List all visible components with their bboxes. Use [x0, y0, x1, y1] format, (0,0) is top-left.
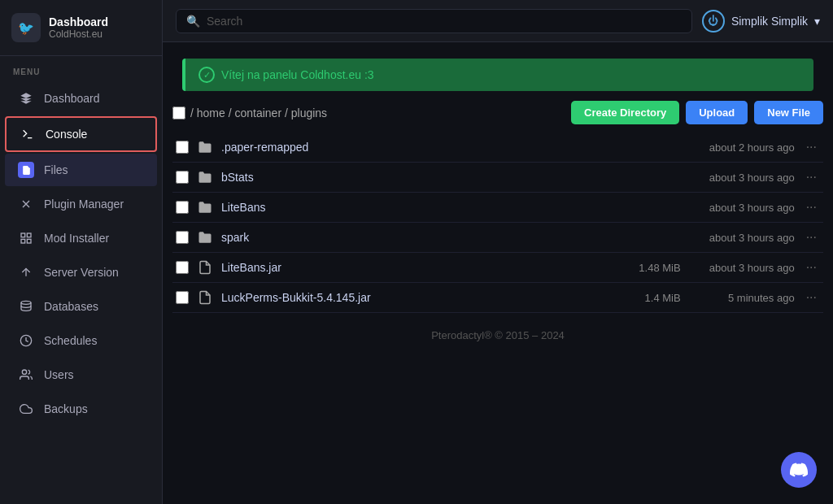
sidebar-item-users[interactable]: Users — [5, 358, 157, 391]
file-size: 1.4 MiB — [616, 292, 681, 304]
search-input[interactable] — [207, 15, 682, 28]
file-row[interactable]: bStats about 3 hours ago ··· — [172, 163, 823, 193]
file-checkbox[interactable] — [176, 261, 189, 274]
breadcrumb: / home / container / plugins — [190, 106, 327, 119]
file-name: LiteBans.jar — [221, 261, 608, 274]
sidebar-item-plugin-manager[interactable]: Plugin Manager — [5, 188, 157, 220]
banner: ✓ Vítej na panelu Coldhost.eu :3 — [182, 59, 813, 91]
file-checkbox[interactable] — [176, 291, 189, 304]
svg-rect-4 — [27, 239, 31, 243]
sidebar-logo: 🐦 Dashboard ColdHost.eu — [0, 0, 162, 56]
toolbar: / home / container / plugins Create Dire… — [172, 101, 823, 124]
sidebar-item-label-users: Users — [44, 368, 74, 381]
sidebar-item-label-console: Console — [46, 128, 87, 141]
file-icon — [197, 259, 213, 276]
sidebar: 🐦 Dashboard ColdHost.eu MENU Dashboard C… — [0, 0, 163, 504]
menu-label: MENU — [0, 56, 162, 81]
search-bar[interactable]: 🔍 — [176, 9, 692, 33]
upload-button[interactable]: Upload — [686, 101, 748, 124]
file-manager: ✓ Vítej na panelu Coldhost.eu :3 / home … — [163, 42, 833, 504]
svg-point-8 — [22, 370, 26, 374]
user-menu[interactable]: ⏻ Simplik Simplik ▾ — [702, 10, 820, 33]
file-date: about 3 hours ago — [689, 172, 795, 184]
file-date: 5 minutes ago — [689, 292, 795, 304]
terminal-icon — [20, 126, 36, 142]
arrow-up-icon — [18, 264, 34, 280]
sidebar-item-label-databases: Databases — [44, 300, 98, 313]
sidebar-item-console[interactable]: Console — [5, 116, 157, 152]
discord-fab[interactable] — [781, 452, 817, 488]
file-name: LiteBans — [221, 201, 608, 214]
file-list: .paper-remapped about 2 hours ago ··· bS… — [172, 133, 823, 313]
folder-icon — [197, 229, 213, 245]
sidebar-item-label-dashboard: Dashboard — [44, 92, 100, 105]
power-icon: ⏻ — [702, 10, 725, 33]
header: 🔍 ⏻ Simplik Simplik ▾ — [163, 0, 833, 42]
file-icon — [18, 162, 34, 178]
svg-rect-3 — [21, 239, 25, 243]
app-subtitle: ColdHost.eu — [49, 28, 108, 40]
sidebar-item-label-mod-installer: Mod Installer — [44, 232, 109, 245]
folder-icon — [197, 169, 213, 185]
file-context-menu[interactable]: ··· — [803, 170, 820, 185]
path-area: / home / container / plugins — [172, 106, 327, 119]
sidebar-item-backups[interactable]: Backups — [5, 393, 157, 425]
sidebar-item-label-files: Files — [44, 163, 68, 176]
folder-icon — [197, 139, 213, 155]
banner-message: Vítej na panelu Coldhost.eu :3 — [221, 68, 374, 81]
sidebar-item-mod-installer[interactable]: Mod Installer — [5, 222, 157, 254]
database-icon — [18, 298, 34, 315]
new-file-button[interactable]: New File — [754, 101, 823, 124]
sidebar-item-schedules[interactable]: Schedules — [5, 324, 157, 357]
file-context-menu[interactable]: ··· — [803, 200, 820, 215]
file-name: spark — [221, 231, 608, 244]
select-all-checkbox[interactable] — [172, 106, 185, 119]
layers-icon — [18, 90, 34, 106]
file-row[interactable]: LiteBans.jar 1.48 MiB about 3 hours ago … — [172, 253, 823, 283]
file-date: about 3 hours ago — [689, 262, 795, 274]
clock-icon — [18, 332, 34, 349]
check-icon: ✓ — [198, 67, 215, 83]
create-directory-button[interactable]: Create Directory — [571, 101, 679, 124]
file-date: about 2 hours ago — [689, 141, 795, 154]
users-icon — [18, 367, 34, 383]
app-title: Dashboard — [49, 15, 108, 28]
main-content: 🔍 ⏻ Simplik Simplik ▾ ✓ Vítej na panelu … — [163, 0, 833, 504]
file-checkbox[interactable] — [176, 201, 189, 214]
svg-rect-1 — [21, 233, 25, 237]
sidebar-item-files[interactable]: Files — [5, 154, 157, 186]
folder-icon — [197, 199, 213, 215]
grid-icon — [18, 230, 34, 246]
file-checkbox[interactable] — [176, 171, 189, 184]
logo-text: Dashboard ColdHost.eu — [49, 15, 108, 40]
search-icon: 🔍 — [186, 15, 200, 28]
sidebar-item-dashboard[interactable]: Dashboard — [5, 82, 157, 115]
file-context-menu[interactable]: ··· — [803, 140, 820, 154]
file-context-menu[interactable]: ··· — [803, 290, 820, 305]
file-name: LuckPerms-Bukkit-5.4.145.jar — [221, 291, 608, 304]
sidebar-item-label-backups: Backups — [44, 402, 88, 415]
sidebar-item-server-version[interactable]: Server Version — [5, 256, 157, 289]
user-name: Simplik Simplik — [731, 15, 808, 28]
footer-text: Pterodactyl® © 2015 – 2024 — [172, 313, 823, 350]
cloud-icon — [18, 401, 34, 417]
file-row[interactable]: LuckPerms-Bukkit-5.4.145.jar 1.4 MiB 5 m… — [172, 283, 823, 313]
file-size: 1.48 MiB — [616, 262, 681, 274]
file-checkbox[interactable] — [176, 141, 189, 154]
svg-point-6 — [21, 301, 31, 304]
file-row[interactable]: LiteBans about 3 hours ago ··· — [172, 193, 823, 223]
file-row[interactable]: spark about 3 hours ago ··· — [172, 223, 823, 253]
logo-icon: 🐦 — [11, 13, 41, 42]
file-name: .paper-remapped — [221, 141, 608, 154]
file-context-menu[interactable]: ··· — [803, 260, 820, 275]
file-date: about 3 hours ago — [689, 202, 795, 214]
svg-rect-2 — [27, 233, 31, 237]
file-row[interactable]: .paper-remapped about 2 hours ago ··· — [172, 133, 823, 163]
sidebar-item-label-plugin-manager: Plugin Manager — [44, 198, 124, 211]
sidebar-item-databases[interactable]: Databases — [5, 290, 157, 323]
sidebar-item-label-schedules: Schedules — [44, 334, 97, 347]
plug-icon — [18, 196, 34, 212]
file-context-menu[interactable]: ··· — [803, 230, 820, 245]
file-icon — [197, 289, 213, 306]
file-checkbox[interactable] — [176, 231, 189, 244]
